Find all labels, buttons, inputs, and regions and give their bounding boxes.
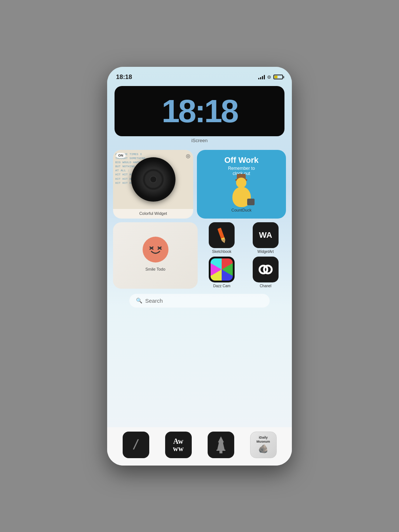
- sketchbook-app[interactable]: Sketchbook: [201, 222, 242, 254]
- smile-face: [143, 237, 168, 262]
- sketchbook-icon: [209, 222, 235, 248]
- widgetart-app[interactable]: W A WidgetArt: [245, 222, 286, 254]
- eiffel-app-icon: [208, 432, 234, 458]
- search-icon: 🔍: [136, 298, 142, 303]
- countduck-label: CountDuck: [231, 208, 251, 212]
- countduck-widget[interactable]: Off Work Remember toclock out CountDuck: [197, 150, 286, 219]
- clock-time: 18:18: [122, 95, 277, 127]
- svg-marker-6: [217, 443, 225, 450]
- search-bar[interactable]: 🔍 Search: [129, 294, 270, 308]
- sketchbook-label: Sketchbook: [212, 250, 231, 254]
- countduck-title: Off Work: [224, 156, 258, 165]
- smile-icon: [146, 244, 165, 255]
- svg-marker-4: [218, 436, 224, 442]
- dazzcam-icon: [209, 257, 235, 282]
- museum-app-icon: iDailyMuseum 🪨: [250, 432, 277, 458]
- signal-icon: [258, 75, 265, 79]
- museum-rock-icon: 🪨: [258, 444, 268, 454]
- phone-frame: 18:18 ⊜ 18:18 iScreen: [107, 67, 292, 466]
- widgetart-label: WidgetArt: [258, 250, 274, 254]
- on-badge: ON: [116, 153, 126, 158]
- dock-app-eiffel[interactable]: [208, 432, 234, 458]
- chanel-app[interactable]: Chanel: [245, 257, 286, 288]
- clock-widget[interactable]: 18:18: [115, 86, 284, 136]
- smile-todo-label: Smile Todo: [145, 265, 165, 274]
- vinyl-record: [131, 157, 175, 202]
- smile-todo-widget[interactable]: Smile Todo: [113, 222, 198, 289]
- slash-app-icon: /: [123, 432, 149, 458]
- battery-icon: [273, 75, 283, 79]
- search-placeholder: Search: [145, 298, 163, 304]
- dock-app-font[interactable]: Aw ww: [165, 432, 192, 458]
- colorful-widget-label: Colorful Widget: [113, 209, 193, 219]
- eiffel-icon: [214, 436, 228, 454]
- clock-label: iScreen: [107, 138, 292, 143]
- chanel-label: Chanel: [260, 284, 272, 288]
- dazzcam-label: Dazz Cam: [213, 284, 231, 288]
- wifi-icon: ⊜: [267, 74, 271, 80]
- location-icon: ◎: [186, 153, 190, 159]
- svg-rect-8: [219, 451, 222, 453]
- font-app-icon: Aw ww: [165, 432, 192, 458]
- dock: / Aw ww: [107, 427, 292, 466]
- svg-rect-5: [219, 442, 223, 443]
- duck-figure: [229, 178, 255, 207]
- row-2: Smile Todo Sketchbook: [113, 222, 286, 289]
- apps-area: ALL THE TIMES ITHOUGHT SOMETHINGBIG WOUL…: [107, 147, 292, 289]
- small-apps-grid: Sketchbook W A WidgetArt: [201, 222, 286, 288]
- status-bar: 18:18 ⊜: [107, 67, 292, 83]
- status-time: 18:18: [116, 73, 132, 81]
- status-icons: ⊜: [258, 74, 283, 80]
- dazzcam-app[interactable]: Dazz Cam: [201, 257, 242, 288]
- chanel-icon: [253, 257, 279, 282]
- widgetart-icon: W A: [253, 222, 279, 248]
- phone-background: 18:18 ⊜ 18:18 iScreen: [107, 67, 292, 466]
- museum-label: iDailyMuseum: [256, 436, 270, 444]
- colorful-widget[interactable]: ALL THE TIMES ITHOUGHT SOMETHINGBIG WOUL…: [113, 150, 193, 219]
- dock-app-museum[interactable]: iDailyMuseum 🪨: [250, 432, 277, 458]
- dock-app-slash[interactable]: /: [123, 432, 149, 458]
- svg-rect-7: [216, 450, 225, 451]
- widget-row-1: ALL THE TIMES ITHOUGHT SOMETHINGBIG WOUL…: [113, 150, 286, 219]
